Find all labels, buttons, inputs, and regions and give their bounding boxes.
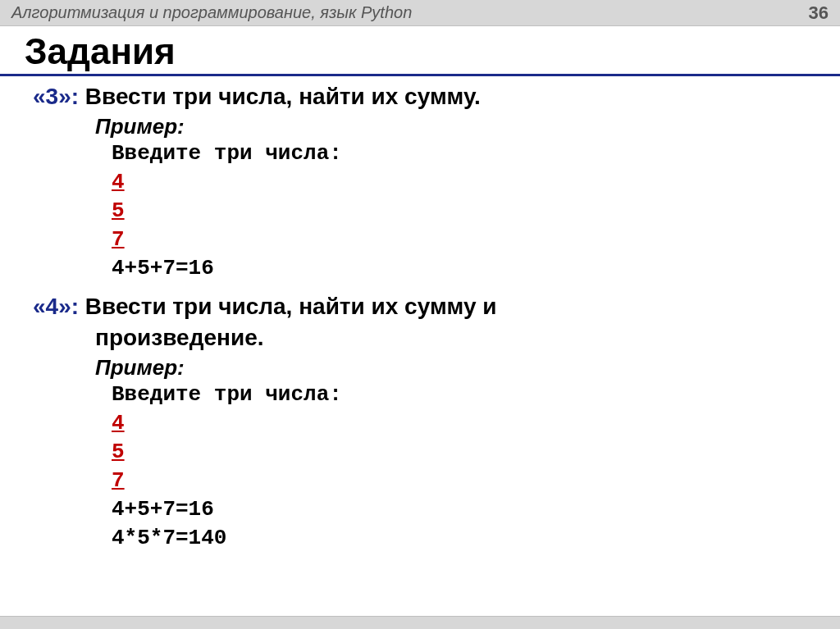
- task-text: Ввести три числа, найти их сумму и: [85, 294, 497, 319]
- slide-page: Алгоритмизация и программирование, язык …: [0, 0, 840, 629]
- code-line: 7: [112, 467, 840, 495]
- task-grade: «4»:: [33, 294, 79, 319]
- code-line: 4: [112, 409, 840, 438]
- code-line: 4+5+7=16: [112, 495, 840, 524]
- task-text: Ввести три числа, найти их сумму.: [85, 84, 481, 109]
- task-heading-cont: произведение.: [33, 322, 840, 353]
- code-block: Введите три числа: 4 5 7 4+5+7=16: [33, 139, 840, 283]
- slide-footer: [0, 616, 840, 629]
- task-grade: «3»:: [33, 84, 79, 109]
- slide-number: 36: [809, 2, 829, 24]
- slide-header-title: Алгоритмизация и программирование, язык …: [11, 3, 412, 22]
- code-line: 5: [112, 197, 840, 226]
- task-heading: «3»: Ввести три числа, найти их сумму.: [33, 81, 840, 112]
- code-line: 7: [112, 226, 840, 254]
- slide-header: Алгоритмизация и программирование, язык …: [0, 0, 840, 26]
- code-line: Введите три числа:: [112, 381, 840, 409]
- task-heading: «4»: Ввести три числа, найти их сумму и: [33, 291, 840, 322]
- page-title: Задания: [0, 31, 840, 76]
- code-line: 4: [112, 168, 840, 197]
- task-block: «3»: Ввести три числа, найти их сумму. П…: [0, 81, 840, 291]
- task-text: произведение.: [33, 322, 264, 353]
- code-line: 4+5+7=16: [112, 254, 840, 283]
- example-label: Пример:: [33, 355, 840, 381]
- code-line: 4*5*7=140: [112, 524, 840, 553]
- code-line: 5: [112, 438, 840, 467]
- task-block: «4»: Ввести три числа, найти их сумму и …: [0, 291, 840, 561]
- code-block: Введите три числа: 4 5 7 4+5+7=16 4*5*7=…: [33, 381, 840, 554]
- example-label: Пример:: [33, 114, 840, 139]
- slide-content: Задания «3»: Ввести три числа, найти их …: [0, 26, 840, 616]
- code-line: Введите три числа:: [112, 139, 840, 168]
